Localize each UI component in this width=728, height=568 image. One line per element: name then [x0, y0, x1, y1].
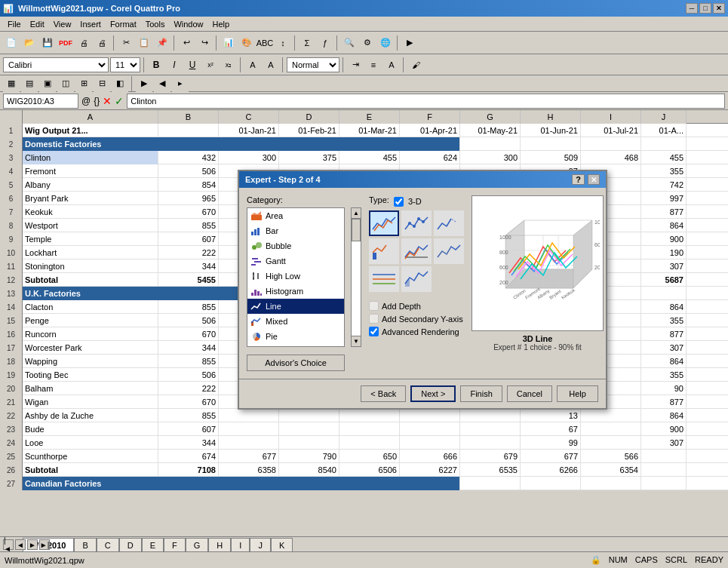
svg-point-26 — [413, 225, 416, 228]
type-icon-0 — [371, 213, 397, 234]
dialog-right-panel: 1000 800 600 200 1000 600 200 — [472, 195, 604, 371]
dialog-help-label[interactable]: ? — [572, 174, 585, 185]
dialog-middle-panel: Type: 3-D — [369, 195, 464, 371]
chart-preview-svg: 1000 800 600 200 1000 600 200 — [475, 205, 600, 322]
dialog-overlay: Expert - Step 2 of 4 ? ✕ Category: Area — [0, 0, 728, 568]
dialog-left-panel: Category: Area Bar Bubble — [247, 195, 361, 371]
advanced-rendering-row: Advanced Rendering — [369, 327, 464, 336]
svg-rect-29 — [373, 253, 376, 259]
type-btn-2[interactable] — [434, 210, 464, 236]
cat-item-area-label: Area — [266, 211, 283, 220]
finish-button[interactable]: Finish — [460, 385, 502, 402]
mixed-chart-icon — [250, 316, 263, 327]
cancel-button[interactable]: Cancel — [507, 385, 552, 402]
cat-item-mixed[interactable]: Mixed — [247, 314, 344, 329]
type-icon-4 — [404, 241, 429, 262]
type-label: Type: — [369, 195, 389, 204]
scroll-up-btn[interactable]: ▲ — [352, 208, 361, 219]
3d-checkbox[interactable] — [394, 197, 404, 207]
type-icon-3 — [371, 241, 397, 262]
type-grid — [369, 210, 464, 292]
svg-rect-8 — [254, 261, 261, 263]
scroll-down-btn[interactable]: ▼ — [352, 336, 361, 346]
add-secondary-y-row: Add Secondary Y-axis — [369, 314, 464, 324]
type-icon-2 — [436, 213, 462, 234]
type-btn-4[interactable] — [401, 238, 432, 264]
histogram-icon — [250, 286, 263, 296]
svg-text:200: 200 — [499, 280, 508, 285]
svg-rect-17 — [260, 293, 262, 296]
advisors-choice-button[interactable]: Advisor's Choice — [247, 355, 345, 371]
chart-name-label: 3D Line — [523, 334, 553, 343]
svg-rect-2 — [251, 232, 253, 235]
svg-text:Keokuk: Keokuk — [561, 287, 576, 299]
add-secondary-y-checkbox[interactable] — [369, 314, 379, 324]
scroll-track — [352, 219, 361, 336]
cat-item-highlow-label: High Low — [266, 272, 300, 281]
svg-marker-1 — [251, 211, 261, 215]
type-btn-1[interactable] — [401, 210, 432, 236]
svg-text:Bryant: Bryant — [548, 288, 562, 299]
chart-preview: 1000 800 600 200 1000 600 200 — [472, 195, 604, 331]
svg-point-6 — [256, 242, 262, 248]
svg-rect-15 — [254, 290, 256, 296]
add-depth-label: Add Depth — [382, 302, 421, 311]
type-btn-7[interactable] — [401, 266, 432, 292]
svg-rect-0 — [251, 215, 262, 220]
gantt-chart-icon — [250, 256, 263, 266]
cat-item-highlow[interactable]: High Low — [247, 269, 344, 284]
type-icon-5 — [436, 241, 462, 262]
cat-item-line[interactable]: Line — [247, 299, 344, 314]
bar-chart-icon — [250, 226, 263, 236]
help-button[interactable]: Help — [557, 385, 598, 402]
svg-point-27 — [417, 217, 420, 220]
cat-item-polar[interactable]: Polar — [247, 344, 344, 347]
svg-point-28 — [422, 220, 425, 223]
cat-item-area[interactable]: Area — [247, 208, 344, 223]
cat-item-gantt-label: Gantt — [266, 256, 286, 266]
type-btn-3[interactable] — [369, 238, 399, 264]
scroll-thumb[interactable] — [352, 219, 361, 241]
type-icon-1 — [404, 213, 429, 234]
options-section: Add Depth Add Secondary Y-axis Advanced … — [369, 298, 464, 336]
svg-text:Clinton: Clinton — [512, 288, 527, 300]
polar-chart-icon — [250, 346, 263, 347]
next-button[interactable]: Next > — [410, 385, 456, 402]
svg-rect-9 — [251, 264, 256, 266]
dialog-footer: < Back Next > Finish Cancel Help — [239, 379, 606, 408]
bubble-chart-icon — [250, 241, 263, 251]
svg-point-25 — [408, 222, 411, 225]
cat-item-gantt[interactable]: Gantt — [247, 253, 344, 269]
cat-item-pie-label: Pie — [266, 332, 278, 341]
svg-text:200: 200 — [594, 265, 600, 270]
cat-item-bar[interactable]: Bar — [247, 223, 344, 238]
cat-item-bubble-label: Bubble — [266, 241, 291, 250]
svg-rect-14 — [251, 293, 253, 296]
cat-item-histogram[interactable]: Histogram — [247, 284, 344, 299]
svg-rect-16 — [257, 291, 260, 296]
cat-item-histogram-label: Histogram — [266, 287, 303, 296]
type-btn-6[interactable] — [369, 266, 399, 292]
svg-marker-38 — [573, 220, 592, 288]
svg-rect-7 — [252, 258, 258, 259]
category-label: Category: — [247, 195, 361, 204]
type-icon-7 — [404, 269, 429, 290]
dialog-title-text: Expert - Step 2 of 4 — [245, 175, 321, 184]
3d-label: 3-D — [408, 197, 422, 206]
add-depth-row: Add Depth — [369, 301, 464, 311]
svg-point-5 — [252, 245, 256, 250]
type-btn-5[interactable] — [434, 238, 464, 264]
expert-dialog: Expert - Step 2 of 4 ? ✕ Category: Area — [238, 170, 607, 410]
add-depth-checkbox[interactable] — [369, 301, 379, 311]
advanced-rendering-checkbox[interactable] — [369, 327, 379, 336]
cat-item-bubble[interactable]: Bubble — [247, 238, 344, 253]
highlow-chart-icon — [250, 271, 263, 281]
back-button[interactable]: < Back — [361, 385, 406, 402]
cat-item-pie[interactable]: Pie — [247, 329, 344, 344]
category-list[interactable]: Area Bar Bubble Gantt — [247, 207, 345, 347]
pie-chart-icon — [250, 331, 263, 342]
type-btn-0[interactable] — [369, 210, 399, 236]
dialog-close-button[interactable]: ✕ — [588, 174, 600, 185]
category-scrollbar[interactable]: ▲ ▼ — [351, 207, 361, 347]
dialog-body: Category: Area Bar Bubble — [239, 188, 606, 379]
